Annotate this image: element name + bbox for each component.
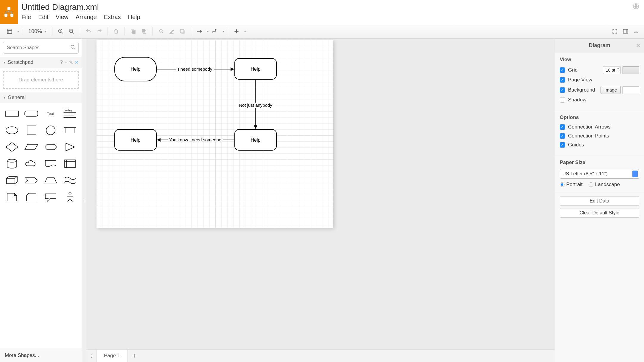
shape-note[interactable] <box>4 190 20 204</box>
connection-points-checkbox[interactable]: ✓ <box>560 133 565 139</box>
landscape-radio[interactable]: Landscape <box>589 182 620 188</box>
search-icon[interactable] <box>70 45 76 51</box>
to-back-button[interactable] <box>139 26 149 37</box>
redo-button[interactable] <box>94 26 105 37</box>
shape-cylinder[interactable] <box>4 157 20 171</box>
shape-internal-storage[interactable] <box>62 157 78 171</box>
insert-button[interactable] <box>231 26 242 37</box>
shadow-button[interactable] <box>177 26 188 37</box>
svg-rect-0 <box>7 7 10 10</box>
page-view-checkbox[interactable]: ✓ <box>560 77 565 83</box>
shape-hexagon[interactable] <box>42 140 59 154</box>
background-checkbox[interactable]: ✓ <box>560 87 565 93</box>
edit-data-button[interactable]: Edit Data <box>560 196 639 206</box>
menu-edit[interactable]: Edit <box>38 14 48 21</box>
shape-diamond[interactable] <box>4 140 20 154</box>
shape-rounded-rectangle[interactable] <box>23 107 39 120</box>
collapse-button[interactable]: ︽ <box>631 26 642 37</box>
guides-checkbox[interactable]: ✓ <box>560 142 565 148</box>
undo-button[interactable] <box>83 26 94 37</box>
scratchpad-dropzone[interactable]: Drag elements here <box>3 71 79 89</box>
general-header[interactable]: ▼General <box>0 92 82 103</box>
diagram-node-2[interactable]: Help <box>235 58 276 79</box>
close-icon[interactable]: ✕ <box>636 42 640 49</box>
stepper-icon[interactable]: ▲▼ <box>616 67 620 73</box>
clear-default-style-button[interactable]: Clear Default Style <box>560 208 639 218</box>
svg-line-12 <box>72 32 74 34</box>
diagram-node-3[interactable]: Help <box>235 129 276 150</box>
menu-file[interactable]: File <box>21 14 31 21</box>
format-panel-button[interactable] <box>620 26 631 37</box>
shape-process[interactable] <box>62 123 78 137</box>
menu-view[interactable]: View <box>56 14 69 21</box>
shape-parallelogram[interactable] <box>23 140 39 154</box>
shape-text[interactable]: Text <box>42 107 59 120</box>
help-icon[interactable]: ? <box>60 60 63 65</box>
scratchpad-header[interactable]: ▼Scratchpad ? + ✎ ✕ <box>0 57 82 68</box>
shape-step[interactable] <box>23 174 39 187</box>
shape-square[interactable] <box>23 123 39 137</box>
pages-menu-button[interactable]: ⋮ <box>86 350 97 362</box>
shape-card[interactable] <box>23 190 39 204</box>
chevron-down-icon[interactable]: ▼ <box>222 30 225 33</box>
background-color-swatch[interactable] <box>623 86 639 94</box>
shape-trapezoid[interactable] <box>42 174 59 187</box>
portrait-radio[interactable]: Portrait <box>560 182 583 188</box>
diagram-edge-3[interactable]: You know I need someone <box>157 137 235 142</box>
menu-extras[interactable]: Extras <box>104 14 121 21</box>
paper-size-select[interactable]: US-Letter (8,5" x 11") <box>560 169 639 179</box>
zoom-out-button[interactable] <box>66 26 77 37</box>
add-page-button[interactable]: + <box>128 350 141 362</box>
sidebar-splitter[interactable]: ⫶ <box>82 39 86 362</box>
shape-rectangle[interactable] <box>4 107 20 120</box>
fullscreen-button[interactable] <box>609 26 620 37</box>
shape-actor[interactable] <box>62 190 78 204</box>
svg-point-26 <box>71 45 74 49</box>
close-icon[interactable]: ✕ <box>75 60 79 65</box>
line-color-button[interactable] <box>166 26 177 37</box>
diagram-edge-1[interactable]: I need somebody <box>156 66 234 72</box>
chevron-down-icon[interactable]: ▼ <box>17 30 20 33</box>
shape-cloud[interactable] <box>23 157 39 171</box>
shape-textbox[interactable]: Heading▬▬▬▬▬▬▬▬▬▬▬▬▬▬▬▬▬ <box>62 107 78 120</box>
shape-circle[interactable] <box>42 123 59 137</box>
search-shapes-input[interactable] <box>3 42 79 54</box>
edit-icon[interactable]: ✎ <box>69 60 73 65</box>
svg-line-8 <box>61 32 63 34</box>
paper-size-heading: Paper Size <box>560 160 639 165</box>
menu-arrange[interactable]: Arrange <box>76 14 97 21</box>
zoom-in-button[interactable] <box>55 26 66 37</box>
canvas[interactable]: Help Help Help Help <box>86 39 555 362</box>
shape-cube[interactable] <box>4 174 20 187</box>
diagram-node-1[interactable]: Help <box>115 57 156 81</box>
shape-tape[interactable] <box>62 174 78 187</box>
connection-style-button[interactable] <box>194 26 205 37</box>
language-icon[interactable] <box>628 0 644 13</box>
delete-button[interactable] <box>111 26 122 37</box>
connection-arrows-checkbox[interactable]: ✓ <box>560 124 565 130</box>
fill-color-button[interactable] <box>155 26 166 37</box>
menu-help[interactable]: Help <box>128 14 140 21</box>
grid-checkbox[interactable]: ✓ <box>560 67 565 73</box>
more-shapes-button[interactable]: More Shapes... <box>0 349 82 362</box>
chevron-down-icon[interactable]: ▼ <box>244 30 247 33</box>
format-panel-title: Diagram ✕ <box>555 39 644 52</box>
shape-callout[interactable] <box>42 190 59 204</box>
layout-view-button[interactable] <box>4 26 15 37</box>
background-image-button[interactable]: Image <box>601 86 621 94</box>
tab-page-1[interactable]: Page-1 <box>97 350 128 362</box>
chevron-down-icon[interactable]: ▼ <box>206 30 209 33</box>
diagram-node-4[interactable]: Help <box>115 129 156 150</box>
shape-triangle[interactable] <box>62 140 78 154</box>
app-logo[interactable] <box>0 0 18 24</box>
shape-ellipse[interactable] <box>4 123 20 137</box>
shape-document[interactable] <box>42 157 59 171</box>
shadow-checkbox[interactable] <box>560 97 565 103</box>
zoom-level[interactable]: 100%▼ <box>26 28 49 35</box>
to-front-button[interactable] <box>128 26 139 37</box>
grid-color-swatch[interactable] <box>623 66 639 74</box>
waypoint-style-button[interactable] <box>209 26 220 37</box>
document-title[interactable]: Untitled Diagram.xml <box>21 2 624 12</box>
plus-icon[interactable]: + <box>65 60 67 65</box>
diagram-edge-2[interactable]: Not just anybody <box>236 79 275 129</box>
